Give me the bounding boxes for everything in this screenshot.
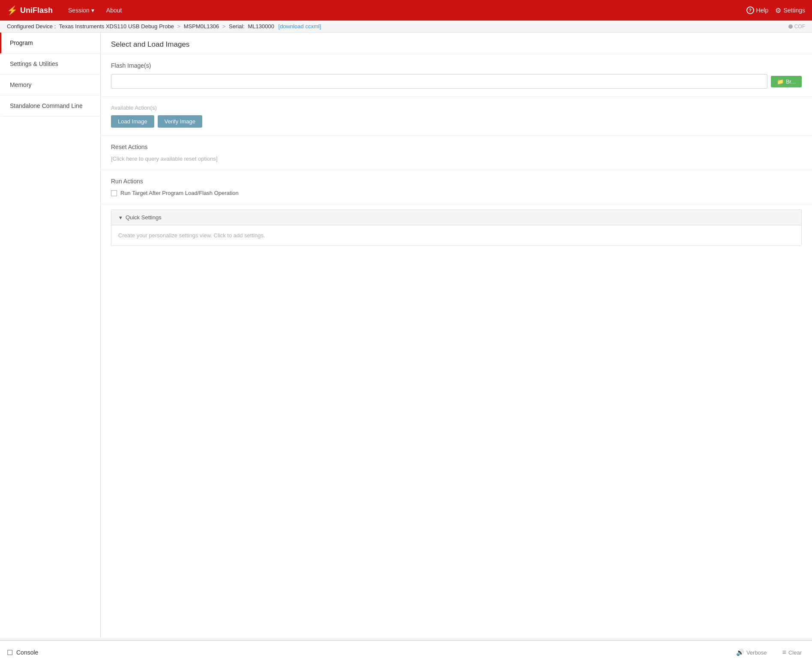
- main-layout: Program Settings & Utilities Memory Stan…: [0, 33, 812, 638]
- reset-actions-section: Reset Actions [Click here to query avail…: [101, 136, 812, 170]
- available-actions-section: Available Action(s) Load Image Verify Im…: [101, 97, 812, 136]
- device-model: MSPM0L1306: [184, 23, 219, 30]
- reset-actions-title: Reset Actions: [111, 144, 802, 150]
- status-label: COF: [794, 24, 805, 30]
- quick-settings-body: Create your personalize settings view. C…: [111, 225, 801, 245]
- help-button[interactable]: ? Help: [746, 6, 769, 14]
- flash-images-section: Flash Image(s) 📁 Br...: [101, 54, 812, 97]
- run-actions-section: Run Actions Run Target After Program Loa…: [101, 170, 812, 204]
- device-info: Configured Device : Texas Instruments XD…: [7, 23, 321, 30]
- gear-icon: ⚙: [775, 6, 781, 15]
- header-nav: Session ▾ About: [63, 4, 127, 16]
- sidebar: Program Settings & Utilities Memory Stan…: [0, 33, 101, 638]
- run-after-flash-checkbox[interactable]: [111, 190, 117, 196]
- app-logo: ⚡ UniFlash: [7, 5, 53, 15]
- quick-settings-section: ▼ Quick Settings Create your personalize…: [111, 209, 802, 246]
- console-label: Console: [16, 649, 38, 656]
- serial-value: ML130000: [248, 23, 274, 30]
- connection-status: COF: [788, 24, 805, 30]
- clear-icon: ≡: [782, 649, 786, 656]
- folder-icon: 📁: [777, 78, 784, 85]
- app-name: UniFlash: [20, 6, 53, 15]
- sep2: >: [222, 23, 226, 30]
- sidebar-item-standalone-command-line[interactable]: Standalone Command Line: [0, 96, 100, 117]
- nav-session[interactable]: Session ▾: [63, 4, 99, 16]
- device-bar: Configured Device : Texas Instruments XD…: [0, 21, 812, 33]
- run-after-flash-row: Run Target After Program Load/Flash Oper…: [111, 190, 802, 196]
- serial-label: Serial:: [229, 23, 245, 30]
- load-image-button[interactable]: Load Image: [111, 115, 154, 128]
- action-buttons: Load Image Verify Image: [111, 115, 802, 128]
- flash-icon: ⚡: [7, 5, 18, 15]
- sidebar-item-program[interactable]: Program: [0, 33, 100, 54]
- reset-options-link[interactable]: [Click here to query available reset opt…: [111, 156, 802, 162]
- header: ⚡ UniFlash Session ▾ About ? Help ⚙ Sett…: [0, 0, 812, 21]
- flash-image-input[interactable]: [111, 74, 767, 89]
- nav-about[interactable]: About: [101, 4, 127, 16]
- run-actions-title: Run Actions: [111, 178, 802, 185]
- header-right: ? Help ⚙ Settings: [746, 6, 805, 15]
- sidebar-item-memory[interactable]: Memory: [0, 75, 100, 96]
- quick-settings-header[interactable]: ▼ Quick Settings: [111, 210, 801, 225]
- dropdown-arrow-icon: ▾: [91, 7, 94, 14]
- run-after-flash-label: Run Target After Program Load/Flash Oper…: [120, 190, 239, 196]
- flash-images-title: Flash Image(s): [111, 62, 802, 69]
- download-ccxml-link[interactable]: [download ccxml]: [279, 23, 321, 30]
- console-bar: ☐ Console 🔊 Verbose ≡ Clear: [0, 640, 812, 664]
- clear-button[interactable]: ≡ Clear: [779, 647, 805, 658]
- volume-icon: 🔊: [736, 649, 744, 656]
- header-left: ⚡ UniFlash Session ▾ About: [7, 4, 127, 16]
- chevron-down-icon: ▼: [118, 215, 123, 220]
- device-prefix: Configured Device :: [7, 23, 56, 30]
- browse-button[interactable]: 📁 Br...: [771, 76, 802, 87]
- available-actions-label: Available Action(s): [111, 105, 802, 111]
- flash-images-row: 📁 Br...: [111, 74, 802, 89]
- verify-image-button[interactable]: Verify Image: [158, 115, 202, 128]
- verbose-button[interactable]: 🔊 Verbose: [733, 647, 770, 658]
- status-dot: [788, 24, 793, 29]
- content-title: Select and Load Images: [101, 33, 812, 54]
- console-right: 🔊 Verbose ≡ Clear: [733, 647, 805, 658]
- sidebar-item-settings-utilities[interactable]: Settings & Utilities: [0, 54, 100, 75]
- help-icon: ?: [746, 6, 754, 14]
- settings-button[interactable]: ⚙ Settings: [775, 6, 805, 15]
- content-area: Select and Load Images Flash Image(s) 📁 …: [101, 33, 812, 638]
- device-name: Texas Instruments XDS110 USB Debug Probe: [59, 23, 174, 30]
- sep1: >: [177, 23, 181, 30]
- console-left: ☐ Console: [7, 649, 38, 657]
- console-icon: ☐: [7, 649, 13, 657]
